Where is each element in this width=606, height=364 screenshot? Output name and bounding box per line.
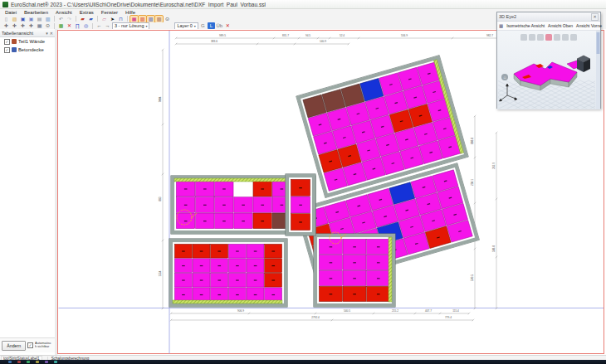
app-logo-icon <box>2 2 8 7</box>
ueberstand-icon[interactable]: Üb <box>216 22 223 29</box>
pan-icon[interactable] <box>554 34 560 41</box>
menu-bearbeiten[interactable]: Bearbeiten <box>24 10 48 15</box>
dimension-value: 115.4 <box>452 309 459 313</box>
view-blue-icon[interactable]: ▰ <box>87 16 95 22</box>
panel-label-mark <box>377 262 380 263</box>
zoom-window-icon[interactable] <box>545 34 552 41</box>
chevron-down-icon: ▾ <box>145 24 147 28</box>
panel-label-mark <box>184 205 188 206</box>
cursor-icon[interactable]: ➤ <box>109 16 116 22</box>
slab-red-icon[interactable]: ▥ <box>139 16 146 22</box>
view-tab-2[interactable]: Ansicht Vorne <box>576 23 602 28</box>
panel-label-mark <box>200 265 203 266</box>
slab-dark-icon[interactable]: ▥ <box>155 16 163 22</box>
deck-grid-icon[interactable]: ▦ <box>130 16 138 22</box>
taskbar-app-icon[interactable] <box>27 361 30 363</box>
next-solution-icon[interactable]: → <box>104 22 111 29</box>
splitter[interactable] <box>55 29 58 355</box>
dimension-value: 570.5 <box>471 274 474 281</box>
taskbar-app-icon[interactable] <box>17 361 21 363</box>
menu-datei[interactable]: Datei <box>5 10 17 15</box>
panel-label-mark <box>271 265 275 266</box>
viewer-3d-titlebar[interactable]: 3D Eye2 ✕ <box>497 12 600 22</box>
windows-taskbar[interactable] <box>0 360 606 364</box>
print-preview-icon[interactable]: ▥ <box>44 16 51 22</box>
orbit-icon[interactable] <box>570 34 577 41</box>
viewer-scrollbar-thumb[interactable] <box>597 32 600 54</box>
menu-ansicht[interactable]: Ansicht <box>56 10 72 15</box>
application-window: EuroSchal.net® 2023 - C:\Users\UliSch\On… <box>0 0 606 364</box>
table-view-title: Tabellenansicht <box>2 31 44 36</box>
view-red-icon[interactable]: ▰ <box>79 16 86 22</box>
save-all-icon[interactable]: ▣ <box>27 16 35 22</box>
menu-fenster[interactable]: Fenster <box>101 10 118 15</box>
view-mode-icon[interactable]: ▦ <box>499 23 503 28</box>
tree-item-checkbox[interactable]: ✓ <box>4 39 10 45</box>
point-add-icon[interactable]: ✛ <box>11 22 18 29</box>
taskbar-app-icon[interactable] <box>8 361 12 363</box>
window-title: EuroSchal.net® 2023 - C:\Users\UliSch\On… <box>11 2 266 7</box>
point-delete-icon[interactable]: ✛ <box>19 22 27 29</box>
tree-item-checkbox[interactable]: ✓ <box>4 47 10 53</box>
view-tab-0[interactable]: Isometrische Ansicht <box>506 23 545 28</box>
panel-label-mark <box>254 279 257 280</box>
viewer-3d-scene[interactable]: ⌂ <box>497 31 600 109</box>
panel-label-mark <box>222 205 226 206</box>
viewer-3d-close-icon[interactable]: ✕ <box>591 13 599 21</box>
close-solution-icon[interactable]: ✕ <box>224 22 232 29</box>
redo-icon[interactable]: ↷ <box>66 16 73 22</box>
layer-active-icon[interactable]: L <box>208 22 215 29</box>
toolbar-separator <box>54 16 55 22</box>
auto-visible-checkbox[interactable]: ✓ <box>27 342 33 348</box>
zero-mode-icon[interactable]: ◎ <box>82 22 90 29</box>
zoom-window-icon[interactable]: ⊙ <box>44 22 51 29</box>
panel-label-mark <box>377 278 380 279</box>
dimension-value: 982.7 <box>486 34 493 37</box>
zoom-tool-icon[interactable]: ⊙ <box>164 16 171 22</box>
change-button[interactable]: Ändern <box>2 341 26 351</box>
save-icon[interactable]: ▣ <box>19 16 27 22</box>
tree-item-1[interactable]: ✓Betondecke <box>0 46 55 54</box>
open-folder-icon[interactable]: ▨ <box>11 16 18 22</box>
prev-solution-icon[interactable]: ← <box>95 22 103 29</box>
taskbar-app-icon[interactable] <box>45 361 48 363</box>
panel-label-mark <box>222 221 226 221</box>
menu-hilfe[interactable]: Hilfe <box>125 10 135 15</box>
wall-mode-icon[interactable]: ∏ <box>74 22 81 29</box>
zoom-in-icon[interactable] <box>529 34 535 41</box>
viewer-3d-viewport[interactable]: ⌂ <box>497 31 600 109</box>
table-view-header: Tabellenansicht ▾ ✕ <box>0 29 55 37</box>
point-move-icon[interactable]: ✛ <box>27 22 35 29</box>
view-tab-1[interactable]: Ansicht Oben <box>548 23 573 28</box>
deck-green-icon[interactable]: ▩ <box>57 22 65 29</box>
menu-extras[interactable]: Extras <box>80 10 94 15</box>
slab-blue-icon[interactable]: ▥ <box>147 16 154 22</box>
taskbar-app-icon[interactable] <box>54 361 57 363</box>
pin-icon[interactable]: ▾ <box>46 31 48 36</box>
wall-tool-icon[interactable]: ⊓ <box>117 16 125 22</box>
panel-label-mark <box>330 262 333 263</box>
toolbar-separator <box>54 23 55 29</box>
new-file-icon[interactable]: ▯ <box>2 16 10 22</box>
panel-label-mark <box>254 250 257 251</box>
panel-label-mark <box>184 188 188 189</box>
formwork-strip <box>173 300 282 303</box>
rotate-icon[interactable] <box>562 34 569 41</box>
tree-item-0[interactable]: ✓Teil1 Wände <box>0 37 55 46</box>
viewer-3d-title: 3D Eye2 <box>499 14 591 19</box>
eraser-icon[interactable]: ▱ <box>100 16 108 22</box>
dimension-value: 94.5 <box>305 34 310 37</box>
home-icon[interactable] <box>520 34 527 41</box>
print-icon[interactable]: ▤ <box>36 16 43 22</box>
grid-toggle-icon[interactable]: G <box>199 22 207 29</box>
panel-label-mark <box>261 221 264 221</box>
tree-item-label: Teil1 Wände <box>18 39 45 44</box>
undo-icon[interactable]: ↶ <box>57 16 65 22</box>
close-icon[interactable]: ✕ <box>50 31 53 36</box>
zoom-out-icon[interactable] <box>537 34 544 41</box>
delete-solution-icon[interactable]: ✕ <box>66 22 73 29</box>
point-edit-icon[interactable]: ✛ <box>2 22 10 29</box>
taskbar-app-icon[interactable] <box>36 361 39 363</box>
panel-label-mark <box>217 294 221 295</box>
window-select-icon[interactable]: ▦ <box>36 22 43 29</box>
